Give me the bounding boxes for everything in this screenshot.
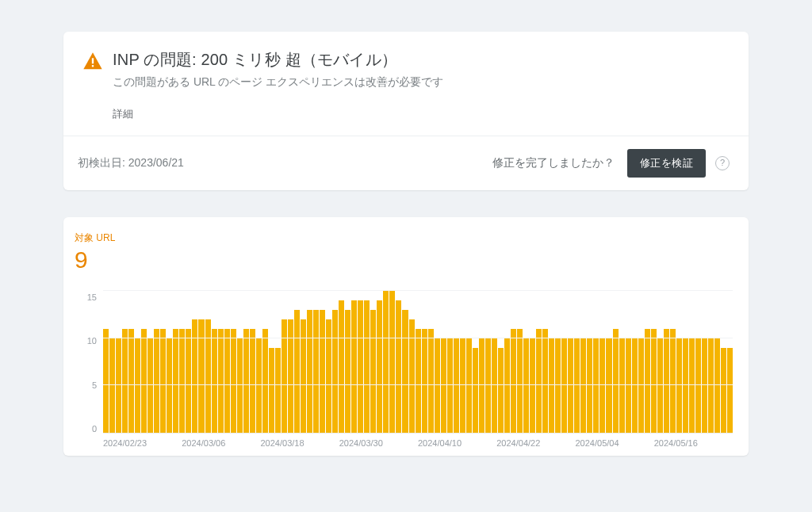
svg-rect-1 (92, 65, 94, 67)
issue-title: INP の問題: 200 ミリ秒 超（モバイル） (113, 49, 730, 71)
chart-bar (173, 329, 178, 433)
chart-y-tick: 5 (92, 380, 97, 390)
first-detected-label: 初検出日: (78, 156, 128, 169)
chart-bar (473, 348, 478, 433)
chart-bar (517, 329, 523, 433)
issue-card: INP の問題: 200 ミリ秒 超（モバイル） この問題がある URL のペー… (63, 32, 749, 190)
chart-bar (198, 319, 204, 433)
chart-bar (536, 329, 542, 433)
warning-icon (73, 49, 113, 73)
chart-bar (218, 329, 224, 433)
chart-bar (128, 329, 134, 433)
chart-x-tick: 2024/03/30 (339, 438, 418, 448)
chart-x-tick: 2024/05/16 (654, 438, 733, 448)
chart-bar (370, 310, 376, 433)
chart-bar (651, 329, 657, 433)
chart-bar (422, 329, 427, 433)
chart-bar (186, 329, 191, 433)
chart-bar (645, 329, 650, 433)
chart-bar (179, 329, 185, 433)
chart-bar (377, 300, 382, 433)
chart-bar (294, 310, 300, 433)
chart-bar (282, 319, 287, 433)
chart-bar (212, 329, 217, 433)
chart-x-tick: 2024/04/22 (496, 438, 575, 448)
chart-bar (664, 329, 669, 433)
help-icon[interactable]: ? (715, 156, 730, 170)
chart-bar (364, 300, 370, 433)
metric-label: 対象 URL (75, 231, 733, 245)
chart-bar (301, 319, 306, 433)
chart-x-tick: 2024/03/06 (182, 438, 260, 448)
chart-bar (345, 310, 350, 433)
chart-bar (542, 329, 548, 433)
chart-bar (511, 329, 516, 433)
chart-bar (313, 310, 319, 433)
issue-subtitle: この問題がある URL のページ エクスペリエンスは改善が必要です (113, 75, 730, 90)
chart-bar (428, 329, 434, 433)
chart-bar (409, 319, 415, 433)
chart-bar (243, 329, 249, 433)
chart-bar (389, 291, 395, 433)
chart-bar (416, 329, 421, 433)
chart-x-tick: 2024/03/18 (261, 438, 339, 448)
chart-bar (250, 329, 255, 433)
chart-bar (613, 329, 619, 433)
chart-bar (103, 329, 109, 433)
chart-bar (670, 329, 676, 433)
chart-card: 対象 URL 9 151050 2024/02/232024/03/062024… (63, 217, 749, 456)
metric-value: 9 (75, 246, 733, 273)
chart-y-tick: 10 (87, 336, 97, 346)
chart-bar (154, 329, 159, 433)
chart-y-tick: 15 (87, 292, 97, 302)
first-detected-date: 2023/06/21 (128, 156, 184, 169)
chart-bar (351, 300, 357, 433)
chart-bar (396, 300, 401, 433)
chart-bar (332, 310, 338, 433)
first-detected: 初検出日: 2023/06/21 (78, 156, 483, 170)
chart-bar (339, 300, 344, 433)
chart-bar (326, 319, 331, 433)
fix-done-question: 修正を完了しましたか？ (492, 156, 615, 170)
chart-bar (383, 291, 389, 433)
chart-x-tick: 2024/02/23 (103, 438, 182, 448)
chart-bar (358, 300, 363, 433)
chart-gridline (103, 384, 733, 385)
chart-bar (141, 329, 147, 433)
issue-main: INP の問題: 200 ミリ秒 超（モバイル） この問題がある URL のペー… (63, 32, 749, 136)
chart-bar (262, 329, 268, 433)
chart-bar (275, 348, 281, 433)
chart-bar (205, 319, 211, 433)
chart-bar (160, 329, 166, 433)
details-link[interactable]: 詳細 (113, 107, 133, 121)
chart-x-tick: 2024/05/04 (576, 438, 654, 448)
chart-gridline (103, 338, 733, 338)
chart-bar (402, 310, 408, 433)
chart-bar (122, 329, 128, 433)
issue-footer: 初検出日: 2023/06/21 修正を完了しましたか？ 修正を検証 ? (63, 136, 749, 190)
chart-bar (224, 329, 230, 433)
chart-bar (320, 310, 325, 433)
chart-bar (231, 329, 236, 433)
chart-bar (498, 348, 504, 433)
chart-bar (721, 348, 726, 433)
chart-y-axis: 151050 (75, 291, 103, 434)
chart-x-tick: 2024/04/10 (418, 438, 496, 448)
chart-y-tick: 0 (92, 424, 97, 434)
chart-x-axis: 2024/02/232024/03/062024/03/182024/03/30… (103, 438, 733, 448)
validate-fix-button[interactable]: 修正を検証 (627, 149, 707, 178)
chart-plot (103, 291, 733, 434)
chart-bar (307, 310, 312, 433)
chart-bar (269, 348, 274, 433)
chart-bar (288, 319, 293, 433)
chart-bar (727, 348, 733, 433)
chart-area: 151050 (75, 291, 733, 434)
chart-bar (192, 319, 197, 433)
svg-rect-0 (92, 58, 94, 63)
chart-gridline (103, 290, 733, 291)
